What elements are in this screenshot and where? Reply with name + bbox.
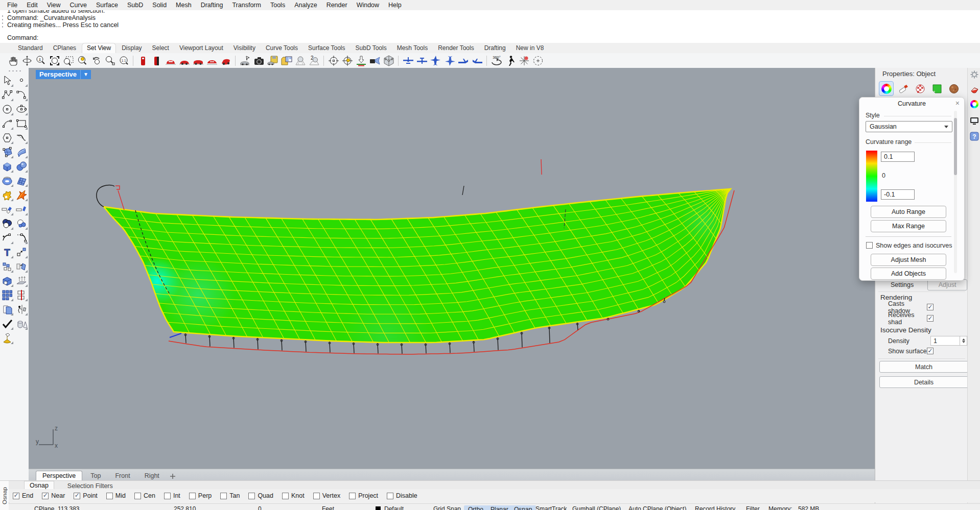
surface-corner-points-icon[interactable] [1,145,14,159]
zoom-dynamic-icon[interactable]: ± [34,54,48,67]
display-monitor-tab-icon[interactable] [970,116,979,126]
help-tab-icon[interactable]: ? [970,132,979,141]
menu-view[interactable]: View [43,1,65,9]
perspective-viewport[interactable]: Perspective ▼ z y x [29,68,875,469]
target-circle-icon[interactable] [326,54,340,67]
osnap-perp[interactable]: Perp [189,492,212,499]
menu-help[interactable]: Help [384,1,406,9]
status-cplane[interactable]: CPlane [34,505,54,510]
adjust-mesh-button[interactable]: Adjust Mesh [871,254,946,266]
toolbar-tab-subd-tools[interactable]: SubD Tools [351,43,391,53]
zoom-1to1-icon[interactable]: 1:1 [116,54,130,67]
pan-icon[interactable] [6,54,20,67]
osnap-mid[interactable]: Mid [106,492,126,499]
layer-pages-icon[interactable] [1,303,14,316]
set-view-car-icon[interactable] [238,54,252,67]
solid-union-icon[interactable] [1,274,14,287]
toolbar-tab-mesh-tools[interactable]: Mesh Tools [392,43,432,53]
max-range-button[interactable]: Max Range [871,220,946,232]
range-min-input[interactable]: -0.1 [881,189,915,200]
status-units[interactable]: Feet [322,505,334,510]
menu-render[interactable]: Render [322,1,352,9]
menu-solid[interactable]: Solid [148,1,171,9]
toolbar-tab-standard[interactable]: Standard [13,43,48,53]
toolbar-tab-curve-tools[interactable]: Curve Tools [261,43,302,53]
view-perspective-car-icon[interactable] [219,54,232,67]
spherical-view-icon[interactable] [531,54,545,67]
status-gumball[interactable]: Gumball (CPlane) [572,505,621,510]
range-max-input[interactable]: 0.1 [881,152,915,162]
status-smarttrack[interactable]: SmartTrack [535,505,567,510]
history-grip[interactable] [2,14,4,30]
menu-surface[interactable]: Surface [92,1,122,9]
two-point-perspective-icon[interactable]: 2 [307,54,321,67]
boolean-difference-icon[interactable] [15,217,28,230]
view-right-box-icon[interactable] [150,54,164,67]
osnap-knot[interactable]: Knot [282,492,305,499]
details-button[interactable]: Details [879,376,968,388]
osnap-tan[interactable]: Tan [220,492,240,499]
adjust-button[interactable]: Adjust [927,279,967,290]
osnap-int[interactable]: Int [164,492,180,499]
surface-loft-icon[interactable] [15,145,28,159]
viewport-tab-front[interactable]: Front [109,471,136,481]
material-brush-icon[interactable] [896,82,910,95]
status-osnap[interactable]: Osnap [510,505,536,510]
status-record-history[interactable]: Record History [695,505,735,510]
object-color-wheel-icon[interactable] [879,82,893,95]
primitive-solids-icon[interactable] [15,317,28,330]
status-grid-snap[interactable]: Grid Snap [433,505,461,510]
interpolate-curve-icon[interactable] [15,88,28,102]
gumball-icon[interactable] [1,331,14,345]
decal-icon[interactable] [930,82,944,95]
polygon-icon[interactable] [1,131,14,144]
save-named-view-icon[interactable] [266,54,279,67]
menu-drafting[interactable]: Drafting [197,1,227,9]
text-object-icon[interactable]: T [1,246,14,259]
plane-front-icon[interactable] [401,54,415,67]
viewport-title-label[interactable]: Perspective [36,70,80,79]
rendered-material-icon[interactable] [947,82,961,95]
osnap-vertex[interactable]: Vertex [313,492,340,499]
walkabout-icon[interactable] [503,54,517,67]
ellipse-icon[interactable] [15,103,28,116]
view-left-car-icon[interactable] [191,54,205,67]
toolbar-tab-new-in-v8[interactable]: New in V8 [511,43,549,53]
properties-pie-tab-icon[interactable] [970,85,979,94]
status-layer[interactable]: Default [384,505,404,510]
boolean-union-icon[interactable] [1,217,14,230]
viewport-tab-right[interactable]: Right [138,471,166,481]
menu-file[interactable]: File [3,1,21,9]
viewport-tab-perspective[interactable]: Perspective [36,471,82,481]
texture-mapping-icon[interactable] [913,82,927,95]
rotate-view-icon[interactable] [20,54,34,67]
zoom-out-icon[interactable] [103,54,116,67]
arc-icon[interactable] [1,117,14,130]
named-view-widget-icon[interactable] [382,54,395,67]
plugin-puzzle-icon[interactable] [1,188,14,202]
match-button[interactable]: Match [879,361,968,373]
viewport-tab-top[interactable]: Top [84,471,107,481]
toolbar-tab-cplanes[interactable]: CPlanes [49,43,81,53]
viewport-menu-arrow-icon[interactable]: ▼ [80,70,91,79]
selection-filters-tab[interactable]: Selection Filters [67,482,113,490]
torus-icon[interactable] [1,174,14,187]
osnap-tab[interactable]: Osnap [24,481,54,490]
sphere-icon[interactable] [15,160,28,173]
panel-options-gear-icon[interactable] [970,70,978,79]
zoom-extents-icon[interactable] [48,54,61,67]
view-top-car-icon[interactable] [164,54,177,67]
viewport-title[interactable]: Perspective ▼ [36,70,91,79]
selected-point-marker[interactable] [115,186,124,210]
receives-shadow-checkbox[interactable] [927,315,934,322]
target-move-icon[interactable] [340,54,354,67]
show-edges-checkbox[interactable] [866,242,873,249]
undo-view-icon[interactable] [89,54,103,67]
toolbar-tab-set-view[interactable]: Set View [82,43,116,53]
zoom-target-burst-icon[interactable] [517,54,531,67]
orient-objects-icon[interactable] [15,303,28,316]
extrude-surface-icon[interactable] [15,274,28,287]
toolbar-tab-select[interactable]: Select [148,43,174,53]
menu-window[interactable]: Window [353,1,383,9]
view-front-box-icon[interactable] [136,54,150,67]
